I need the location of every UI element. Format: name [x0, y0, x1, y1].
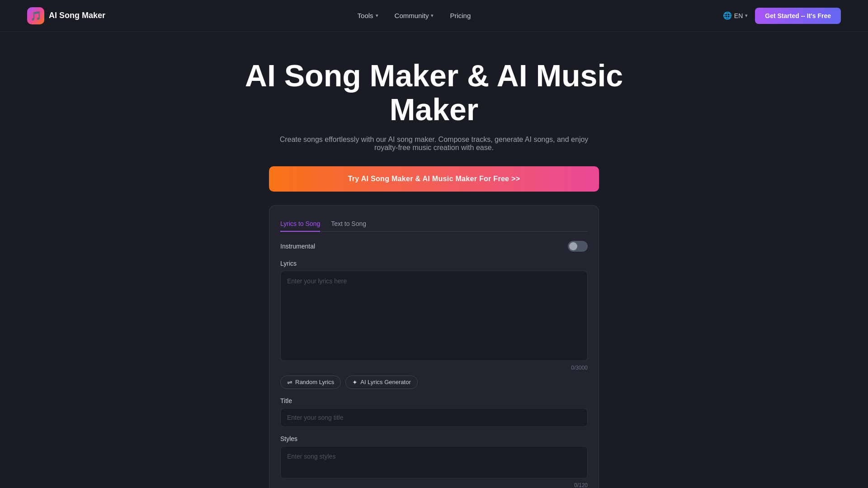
random-lyrics-button[interactable]: ⇌ Random Lyrics [280, 375, 341, 389]
hero-subtitle: Create songs effortlessly with our AI so… [276, 136, 592, 152]
tab-text-to-song[interactable]: Text to Song [331, 216, 366, 232]
instrumental-row: Instrumental [280, 241, 588, 252]
nav-pricing[interactable]: Pricing [450, 12, 471, 19]
nav-tools[interactable]: Tools ▾ [358, 12, 378, 19]
main-content: AI Song Maker & AI Music Maker Create so… [0, 32, 868, 488]
tab-bar: Lyrics to Song Text to Song [280, 216, 588, 232]
nav-community[interactable]: Community ▾ [395, 12, 434, 19]
toggle-knob [569, 242, 577, 250]
title-label: Title [280, 397, 588, 404]
styles-input[interactable] [280, 446, 588, 479]
lyrics-actions: ⇌ Random Lyrics ✦ AI Lyrics Generator [280, 375, 588, 389]
cta-button[interactable]: Try AI Song Maker & AI Music Maker For F… [269, 166, 599, 192]
lyrics-char-count: 0/3000 [280, 365, 588, 371]
get-started-button[interactable]: Get Started -- It's Free [755, 8, 841, 24]
instrumental-label: Instrumental [280, 243, 315, 250]
logo[interactable]: 🎵 AI Song Maker [27, 7, 105, 24]
instrumental-toggle[interactable] [568, 241, 588, 252]
globe-icon: 🌐 [723, 11, 732, 20]
styles-char-count: 0/120 [280, 482, 588, 488]
lyrics-input[interactable] [280, 271, 588, 361]
shuffle-icon: ⇌ [287, 379, 292, 386]
chevron-down-icon: ▾ [745, 13, 748, 19]
logo-text: AI Song Maker [49, 11, 105, 20]
navbar: 🎵 AI Song Maker Tools ▾ Community ▾ Pric… [0, 0, 868, 32]
song-maker-card: Lyrics to Song Text to Song Instrumental… [269, 205, 599, 488]
chevron-down-icon: ▾ [376, 13, 378, 19]
styles-label: Styles [280, 435, 588, 442]
hero-title: AI Song Maker & AI Music Maker [231, 59, 637, 127]
nav-center: Tools ▾ Community ▾ Pricing [358, 12, 471, 19]
tab-lyrics-to-song[interactable]: Lyrics to Song [280, 216, 320, 232]
lyrics-label: Lyrics [280, 260, 588, 267]
ai-lyrics-button[interactable]: ✦ AI Lyrics Generator [345, 375, 418, 389]
logo-icon: 🎵 [27, 7, 44, 24]
chevron-down-icon: ▾ [431, 13, 434, 19]
language-selector[interactable]: 🌐 EN ▾ [723, 11, 748, 20]
title-input[interactable] [280, 408, 588, 427]
nav-right: 🌐 EN ▾ Get Started -- It's Free [723, 8, 841, 24]
sparkle-icon: ✦ [352, 379, 358, 386]
